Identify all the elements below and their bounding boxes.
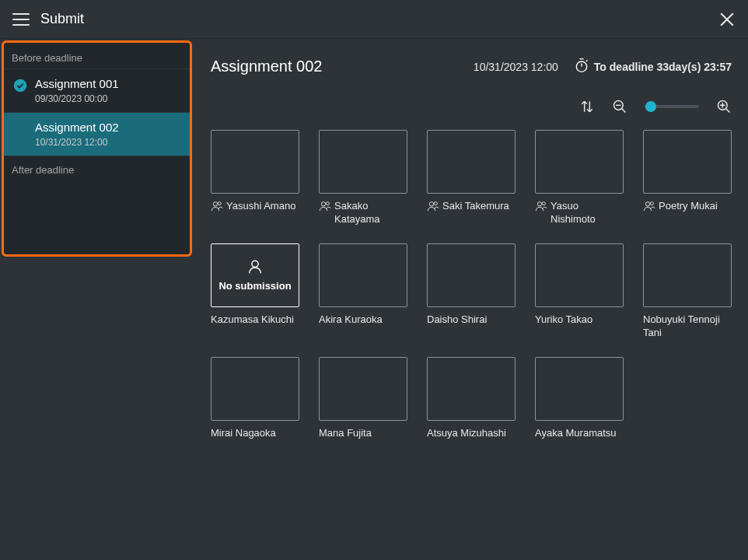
sidebar: Before deadline Assignment 00109/30/2023…: [2, 40, 192, 257]
main-header: Assignment 002 10/31/2023 12:00 To deadl…: [211, 58, 732, 75]
person-icon: [211, 200, 223, 216]
zoom-slider[interactable]: [645, 105, 699, 108]
svg-point-7: [326, 202, 329, 205]
student-cell: Akira Kuraoka: [319, 243, 407, 340]
person-icon: [427, 200, 439, 216]
student-name: Daisho Shirai: [427, 313, 487, 327]
app-header: Submit: [0, 0, 748, 39]
student-label: Poetry Mukai: [643, 200, 732, 216]
student-name: Sakako Katayama: [334, 200, 407, 226]
student-cell: Sakako Katayama: [319, 130, 407, 226]
countdown-text: To deadline 33day(s) 23:57: [594, 61, 732, 73]
student-cell: Mana Fujita: [319, 357, 407, 441]
sidebar-section-before: Before deadline: [4, 44, 190, 69]
submission-thumbnail[interactable]: [211, 357, 299, 421]
timer-icon: [574, 58, 589, 75]
assignment-title: Assignment 002: [211, 58, 322, 75]
student-label: Saki Takemura: [427, 200, 516, 216]
header-right: 10/31/2023 12:00 To deadline 33day(s) 23…: [474, 58, 732, 75]
student-name: Atsuya Mizuhashi: [427, 427, 506, 440]
submission-thumbnail[interactable]: [319, 243, 407, 307]
assignment-date: 09/30/2023 00:00: [35, 93, 179, 104]
submission-thumbnail[interactable]: [535, 357, 624, 421]
sort-icon[interactable]: [579, 99, 595, 114]
main-pane: Assignment 002 10/31/2023 12:00 To deadl…: [194, 39, 748, 560]
student-name: Yasuo Nishimoto: [551, 200, 624, 226]
page-title: Submit: [40, 11, 84, 27]
submission-thumbnail[interactable]: [319, 357, 407, 421]
svg-point-10: [537, 202, 541, 206]
student-label: Yasushi Amano: [211, 200, 299, 216]
student-cell: No submissionKazumasa Kikuchi: [211, 243, 299, 340]
submission-thumbnail[interactable]: [319, 130, 407, 194]
submission-thumbnail[interactable]: [427, 357, 516, 421]
assignment-list: Assignment 00109/30/2023 00:00Assignment…: [4, 69, 190, 156]
svg-point-4: [213, 202, 217, 206]
submission-thumbnail[interactable]: [427, 130, 516, 194]
submission-thumbnail[interactable]: [211, 130, 299, 194]
toolbar: [211, 99, 732, 114]
student-label: Daisho Shirai: [427, 313, 516, 327]
zoom-in-icon[interactable]: [716, 99, 732, 114]
submission-thumbnail[interactable]: [535, 130, 624, 194]
header-left: Submit: [12, 11, 84, 27]
student-cell: Nobuyuki Tennoji Tani: [643, 243, 732, 340]
student-cell: Yuriko Takao: [535, 243, 624, 340]
no-submission-indicator: No submission: [218, 258, 291, 292]
zoom-slider-thumb[interactable]: [645, 101, 656, 112]
student-name: Kazumasa Kikuchi: [211, 313, 294, 327]
student-grid: Yasushi AmanoSakako KatayamaSaki Takemur…: [211, 130, 732, 441]
assignment-date: 10/31/2023 12:00: [35, 137, 179, 148]
svg-point-12: [645, 202, 649, 206]
svg-point-8: [429, 202, 433, 206]
student-label: Yuriko Takao: [535, 313, 624, 327]
submission-thumbnail[interactable]: [427, 243, 516, 307]
student-cell: Atsuya Mizuhashi: [427, 357, 516, 441]
student-label: Ayaka Muramatsu: [535, 427, 624, 441]
student-name: Poetry Mukai: [659, 200, 718, 213]
student-label: Mana Fujita: [319, 427, 407, 441]
student-label: Yasuo Nishimoto: [535, 200, 624, 226]
student-label: Mirai Nagaoka: [211, 427, 299, 441]
sidebar-section-after: After deadline: [4, 156, 190, 180]
sidebar-assignment[interactable]: Assignment 00210/31/2023 12:00: [4, 113, 190, 156]
svg-point-14: [252, 261, 258, 267]
submission-thumbnail[interactable]: No submission: [211, 243, 299, 307]
student-cell: Yasuo Nishimoto: [535, 130, 624, 226]
student-label: Kazumasa Kikuchi: [211, 313, 299, 327]
student-name: Yuriko Takao: [535, 313, 592, 327]
person-icon: [319, 200, 331, 216]
sidebar-assignment[interactable]: Assignment 00109/30/2023 00:00: [4, 69, 190, 113]
no-submission-text: No submission: [218, 280, 291, 292]
close-icon[interactable]: [718, 11, 736, 28]
svg-point-5: [218, 202, 221, 205]
submission-thumbnail[interactable]: [535, 243, 624, 307]
student-label: Nobuyuki Tennoji Tani: [643, 313, 732, 340]
assignment-name: Assignment 002: [35, 121, 179, 134]
person-icon: [535, 200, 547, 216]
student-cell: Ayaka Muramatsu: [535, 357, 624, 441]
menu-icon[interactable]: [12, 13, 30, 26]
student-name: Nobuyuki Tennoji Tani: [643, 313, 732, 340]
student-label: Akira Kuraoka: [319, 313, 407, 327]
svg-point-6: [321, 202, 325, 206]
deadline-datetime: 10/31/2023 12:00: [474, 61, 558, 73]
submission-thumbnail[interactable]: [643, 243, 732, 307]
student-cell: Saki Takemura: [427, 130, 516, 226]
student-cell: Daisho Shirai: [427, 243, 516, 340]
deadline-countdown: To deadline 33day(s) 23:57: [574, 58, 732, 75]
student-label: Sakako Katayama: [319, 200, 407, 226]
svg-point-1: [576, 61, 586, 72]
svg-point-13: [650, 202, 653, 205]
student-cell: Poetry Mukai: [643, 130, 732, 226]
student-label: Atsuya Mizuhashi: [427, 427, 516, 441]
assignment-name: Assignment 001: [35, 77, 179, 90]
submission-thumbnail[interactable]: [643, 130, 732, 194]
student-name: Mirai Nagaoka: [211, 427, 276, 440]
check-icon: [13, 79, 27, 93]
student-name: Saki Takemura: [442, 200, 509, 213]
student-name: Mana Fujita: [319, 427, 372, 440]
zoom-out-icon[interactable]: [612, 99, 627, 114]
student-name: Akira Kuraoka: [319, 313, 383, 327]
student-cell: Yasushi Amano: [211, 130, 299, 226]
